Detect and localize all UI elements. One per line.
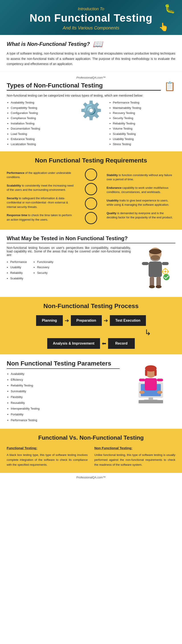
requirements-grid: Performance of the application under und… <box>7 168 175 224</box>
tested-lists: Performance Usability Reliability Scalab… <box>7 259 131 281</box>
process-step-analysis: Analysis & Improvement <box>47 338 100 349</box>
svg-rect-26 <box>139 379 145 381</box>
tested-section: What May be Tested in Non Functional Tes… <box>0 230 182 297</box>
svg-point-29 <box>157 391 162 394</box>
req-item-response-time: Response time to check the time taken to… <box>7 213 76 222</box>
bug-icon: 🐛 <box>164 3 175 14</box>
gear-icon: ⚙️ <box>80 100 102 121</box>
list-item: Performance Testing <box>11 418 120 423</box>
req-item-security: Security to safeguard the information & … <box>7 196 76 209</box>
circle-4 <box>85 212 97 224</box>
list-item: Usability Testing <box>113 136 175 142</box>
svg-point-8 <box>149 285 155 288</box>
footer: ProfessionalQA.com™ <box>0 473 182 482</box>
list-item: Security Testing <box>113 116 175 121</box>
person-figure <box>135 246 175 292</box>
svg-rect-12 <box>165 268 166 270</box>
svg-point-2 <box>150 255 160 261</box>
header-title: Non Functional Testing <box>5 12 177 24</box>
header-section: 🐛 Introduction To Non Functional Testing… <box>0 0 182 35</box>
list-item: Performance Testing <box>113 100 175 105</box>
professionalqa-logo: ProfessionalQA.com™ <box>7 76 175 79</box>
svg-point-9 <box>156 285 161 288</box>
list-item: Reliability <box>10 270 27 276</box>
list-item: Performance <box>10 259 27 265</box>
list-item: Installation Testing <box>11 121 73 126</box>
process-row-2: Analysis & Improvement ⬅ Record <box>47 338 135 349</box>
header-subtitle: And Its Various Components <box>5 26 177 30</box>
functional-vs-grid: Functional Testing: A black box testing … <box>7 445 175 468</box>
svg-rect-27 <box>157 379 163 381</box>
list-item: Volume Testing <box>113 126 175 131</box>
types-left-list: Availability Testing Compatibility Testi… <box>7 100 73 147</box>
requirements-right: Stability to function consistently witho… <box>107 173 175 220</box>
process-row-1: Planning ➔ Preparation ➔ Test Execution <box>36 315 146 326</box>
req-item-quality: Quality is demanded by everyone and is t… <box>107 211 175 220</box>
book-icon: 📖 <box>93 40 103 49</box>
list-item: Interoperability Testing <box>11 406 120 412</box>
req-item-performance: Performance of the application under und… <box>7 171 76 180</box>
what-description: A type of software testing, non-function… <box>7 51 175 67</box>
requirements-left: Performance of the application under und… <box>7 171 76 222</box>
tested-list-1: Performance Usability Reliability Scalab… <box>7 259 27 281</box>
process-step-record: Record <box>108 338 135 349</box>
svg-rect-30 <box>138 400 163 403</box>
nonfunctional-testing-title: Non Functional Testing: <box>94 445 175 451</box>
types-section: ProfessionalQA.com™ Types of Non-Functio… <box>0 71 182 151</box>
list-item: Usability <box>10 265 27 270</box>
svg-rect-4 <box>142 262 149 265</box>
what-section: What is Non-Functional Testing? 📖 A type… <box>0 35 182 71</box>
arrow-right-1: ➔ <box>65 318 69 324</box>
person-gear-illustration <box>137 246 173 290</box>
list-item: Security <box>37 270 53 276</box>
types-content: Availability Testing Compatibility Testi… <box>7 100 175 147</box>
types-right-list: Performance Testing Maintainability Test… <box>109 100 175 147</box>
list-item: Portability <box>11 412 120 418</box>
arrow-left-1: ⬅ <box>102 340 106 346</box>
tested-intro: Non-functional testing focuses on user's… <box>7 246 131 257</box>
requirements-circles <box>80 168 102 224</box>
list-item: Compatibility Testing <box>11 105 73 110</box>
svg-point-11 <box>164 270 166 273</box>
circle-1 <box>85 168 97 181</box>
list-item: Scalability <box>10 276 27 281</box>
list-item: Compliance Testing <box>11 116 73 121</box>
process-flow: Planning ➔ Preparation ➔ Test Execution … <box>7 315 175 349</box>
req-item-scalability: Scalability to consistently meet the inc… <box>7 184 76 192</box>
process-step-test-execution: Test Execution <box>110 315 146 326</box>
requirements-title: Non Functional Testing Requirements <box>7 157 175 164</box>
list-item: Load Testing <box>11 131 73 136</box>
requirements-section: Non Functional Testing Requirements Perf… <box>0 151 182 230</box>
hand-icon: 👆 <box>159 22 169 32</box>
header-intro: Introduction To <box>5 7 177 11</box>
svg-point-28 <box>139 391 145 394</box>
list-item: Recovery Testing <box>113 110 175 116</box>
types-list-right: Performance Testing Maintainability Test… <box>109 100 175 147</box>
list-item: Functionality <box>37 259 53 265</box>
list-item: Localization Testing <box>11 142 73 147</box>
footer-logo: ProfessionalQA.com™ <box>76 476 106 479</box>
process-title: Non-Functional Testing Process <box>7 302 175 310</box>
types-list-left: Availability Testing Compatibility Testi… <box>7 100 73 147</box>
list-item: Reusability <box>11 400 120 406</box>
gear-graphic: ⚙️ <box>78 100 104 121</box>
process-section: Non-Functional Testing Process Planning … <box>0 297 182 354</box>
types-intro: Non-functional testing can be categorize… <box>7 94 175 97</box>
svg-rect-3 <box>149 262 162 277</box>
tested-title: What May be Tested in Non Functional Tes… <box>7 235 175 243</box>
curved-arrow-container: ↲ <box>31 328 151 337</box>
svg-rect-25 <box>145 378 157 390</box>
types-title: Types of Non-Functional Testing <box>7 82 161 90</box>
list-item: Maintainability Testing <box>113 105 175 110</box>
what-title-text: What is Non-Functional Testing? <box>7 41 90 47</box>
functional-testing-title: Functional Testing: <box>7 445 88 451</box>
svg-point-1 <box>149 249 161 254</box>
list-item: Availability Testing <box>11 100 73 105</box>
what-title: What is Non-Functional Testing? 📖 <box>7 40 175 49</box>
circle-2 <box>85 183 97 195</box>
svg-rect-14 <box>162 271 163 272</box>
tested-content: Non-functional testing focuses on user's… <box>7 246 175 292</box>
curved-down-arrow: ↲ <box>145 328 151 337</box>
parameters-section: Non Functional Testing Parameters Availa… <box>0 354 182 429</box>
functional-col-right: Non Functional Testing: Unlike functiona… <box>94 445 175 468</box>
